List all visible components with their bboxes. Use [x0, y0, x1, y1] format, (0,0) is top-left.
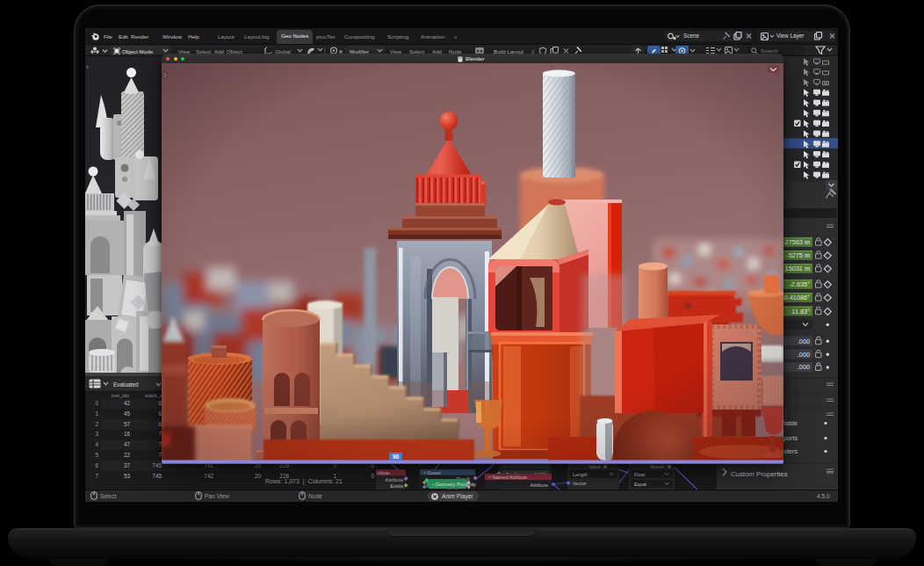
svg-text:15031 m: 15031 m [785, 265, 810, 272]
svg-text:Length: Length [573, 472, 588, 477]
svg-text:.000: .000 [798, 363, 810, 371]
svg-text:˅ Named Attribute: ˅ Named Attribute [488, 475, 527, 480]
svg-text:27563 m: 27563 m [785, 238, 810, 246]
svg-text:Float: Float [634, 472, 646, 477]
svg-text:-2.635°: -2.635° [789, 280, 810, 288]
svg-text:tribute: tribute [378, 470, 390, 475]
svg-text:Value: Value [588, 464, 601, 469]
svg-text:Equal: Equal [634, 482, 646, 487]
svg-text:-5275 m: -5275 m [786, 251, 810, 259]
svg-text:Vector: Vector [573, 481, 587, 486]
svg-text:.000: .000 [798, 337, 810, 345]
svg-text:˅ Dowel: ˅ Dowel [423, 470, 441, 475]
svg-text:Attribute: Attribute [531, 483, 548, 488]
svg-text:Attribute: Attribute [386, 477, 403, 483]
svg-text:90: 90 [393, 454, 400, 460]
svg-text:-0.41086°: -0.41086° [782, 294, 810, 301]
svg-text:11.83°: 11.83° [791, 308, 810, 316]
svg-text:.000: .000 [798, 351, 810, 359]
svg-text:Result: Result [650, 464, 664, 469]
svg-text:Exists: Exists [390, 483, 403, 489]
svg-text:Custom Properties: Custom Properties [731, 470, 788, 478]
